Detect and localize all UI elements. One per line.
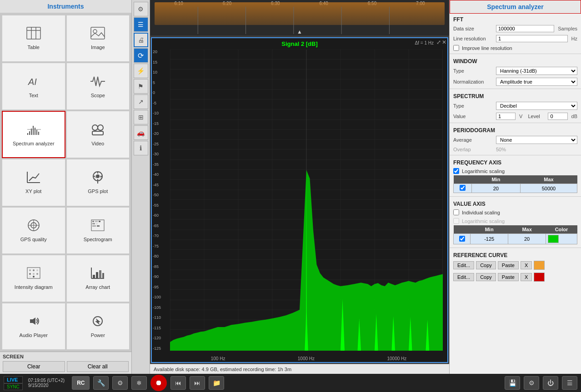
audio-icon — [26, 315, 41, 331]
settings-btn[interactable]: ⚙ — [524, 376, 539, 390]
toolbar-grid[interactable]: ⊞ — [134, 110, 148, 124]
freq-min-input[interactable] — [485, 185, 507, 192]
toolbar-list[interactable]: ☰ — [134, 17, 148, 32]
menu-btn[interactable]: ☰ — [562, 376, 577, 390]
toolbar-nav[interactable]: ⟳ — [134, 48, 148, 63]
svg-point-5 — [93, 30, 97, 33]
freq-row-check[interactable] — [460, 185, 466, 191]
freq-max-header: Max — [520, 175, 577, 184]
rc-button[interactable]: RC — [72, 376, 90, 390]
middle-toolbar: ⚙ ☰ 🖨 ⟳ ⚡ ⚑ ↗ ⊞ 🚗 ℹ — [132, 0, 150, 374]
ref-edit-1[interactable]: Edit... — [453, 261, 474, 269]
nav2-btn[interactable]: ⚙ — [112, 376, 128, 390]
instrument-grid: Table Image AI Text Scope — [0, 13, 131, 352]
power-bottom-btn[interactable]: ⏻ — [543, 376, 558, 390]
ref-paste-2[interactable]: Paste — [498, 273, 519, 281]
instrument-gps[interactable]: GPS GPS plot — [66, 159, 130, 206]
value-color-swatch[interactable] — [548, 235, 559, 243]
ref-curve-row-1: Edit... Copy Paste X — [450, 259, 581, 271]
toolbar-lightning[interactable]: ⚡ — [134, 64, 148, 78]
clear-all-button[interactable]: Clear all — [67, 361, 129, 372]
line-res-input[interactable] — [496, 35, 568, 42]
ref-color-1[interactable] — [534, 261, 545, 270]
freq-log-label: Logarithmic scaling — [462, 169, 505, 174]
chart-delta: Δf = 1 Hz — [415, 40, 434, 45]
timeline-expand[interactable]: ▲ — [297, 29, 302, 35]
image-icon — [90, 27, 105, 43]
spectrum-level-input[interactable] — [548, 113, 567, 120]
freq-log-checkbox[interactable] — [453, 168, 459, 174]
instrument-audio[interactable]: Audio Player — [2, 303, 65, 350]
instrument-array-chart[interactable]: Array chart — [66, 255, 130, 302]
value-log-checkbox[interactable] — [453, 218, 459, 224]
expand-icon2[interactable]: ✕ — [442, 39, 446, 45]
intensity-icon — [26, 267, 41, 283]
ref-paste-1[interactable]: Paste — [498, 261, 519, 269]
spectrum-type-select[interactable]: Decibel — [496, 102, 577, 110]
record-button[interactable]: ⏺ — [150, 375, 167, 391]
svg-point-47 — [36, 276, 38, 278]
instrument-video[interactable]: Video — [66, 111, 130, 158]
spectrum-value-input[interactable] — [496, 113, 516, 120]
overlap-value: 50% — [496, 147, 577, 152]
value-row-check[interactable] — [459, 236, 465, 242]
save-btn[interactable]: 💾 — [505, 376, 520, 390]
ref-copy-2[interactable]: Copy — [476, 273, 496, 281]
data-size-input[interactable] — [496, 25, 554, 32]
snowflake-btn[interactable]: ❄ — [131, 376, 147, 390]
average-select[interactable]: None — [496, 136, 577, 144]
instrument-gps-quality[interactable]: GPS quality — [2, 207, 65, 254]
clear-button[interactable]: Clear — [3, 361, 65, 372]
chart-container: Signal 2 [dB] Δf = 1 Hz ⤢ ✕ 20151050 -5-… — [151, 37, 448, 363]
value-log-row: Logarithmic scaling — [450, 217, 581, 225]
value-min-input[interactable] — [480, 236, 498, 242]
ref-color-2[interactable] — [534, 273, 545, 282]
ref-x-1[interactable]: X — [521, 261, 532, 269]
toolbar-car[interactable]: 🚗 — [134, 125, 148, 140]
toolbar-flag[interactable]: ⚑ — [134, 79, 148, 94]
svg-rect-52 — [99, 270, 101, 278]
svg-rect-12 — [36, 130, 37, 135]
toolbar-info[interactable]: ℹ — [134, 141, 148, 155]
instrument-image[interactable]: Image — [66, 15, 130, 62]
toolbar-print[interactable]: 🖨 — [134, 33, 148, 47]
instrument-spectrum[interactable]: Spectrum analyzer — [2, 111, 65, 158]
line-res-row: Line resolution Hz — [450, 34, 581, 44]
left-panel: Instruments Table Image AI Text — [0, 0, 132, 374]
ref-copy-1[interactable]: Copy — [476, 261, 496, 269]
svg-text:AI: AI — [28, 77, 37, 87]
window-norm-select[interactable]: Amplitude true — [496, 78, 577, 86]
expand-icon[interactable]: ⤢ — [436, 39, 441, 45]
x-axis-labels: 100 Hz 1000 Hz 10000 Hz — [175, 356, 443, 361]
instrument-xy[interactable]: XY plot — [2, 159, 65, 206]
scope-label: Scope — [91, 93, 105, 98]
svg-point-45 — [29, 276, 31, 278]
chart-expand-btns[interactable]: ⤢ ✕ — [436, 39, 446, 45]
value-max-input[interactable] — [518, 236, 536, 242]
ref-x-2[interactable]: X — [521, 273, 532, 281]
instrument-scope[interactable]: Scope — [66, 63, 130, 109]
folder-btn[interactable]: 📁 — [209, 376, 224, 390]
overlap-label: Overlap — [453, 147, 494, 152]
toolbar-share[interactable]: ↗ — [134, 94, 148, 109]
instrument-text[interactable]: AI Text — [2, 63, 65, 109]
right-panel: Spectrum analyzer FFT Data size Samples … — [449, 0, 581, 374]
y-axis-labels: 20151050 -5-10-15-20-25 -30-35-40-45-50 … — [153, 50, 161, 351]
instrument-power[interactable]: Power — [66, 303, 130, 350]
window-type-select[interactable]: Hanning (-31dB) — [496, 67, 577, 75]
video-icon — [90, 123, 105, 139]
svg-point-40 — [33, 269, 35, 271]
nav-bottom-btn[interactable]: 🔧 — [93, 376, 109, 390]
value-color-header: Color — [546, 225, 577, 234]
skip-fwd-btn[interactable]: ⏭ — [190, 376, 205, 390]
freq-max-input[interactable] — [535, 185, 562, 192]
toolbar-settings[interactable]: ⚙ — [134, 2, 148, 16]
skip-back-btn[interactable]: ⏮ — [170, 376, 186, 390]
improve-checkbox[interactable] — [453, 45, 459, 51]
spectrum-value-unit: V — [519, 114, 522, 119]
value-individual-checkbox[interactable] — [453, 209, 459, 215]
ref-edit-2[interactable]: Edit... — [453, 273, 474, 281]
instrument-spectrogram[interactable]: Spectrogram — [66, 207, 130, 254]
instrument-table[interactable]: Table — [2, 15, 65, 62]
instrument-intensity[interactable]: Intensity diagram — [2, 255, 65, 302]
